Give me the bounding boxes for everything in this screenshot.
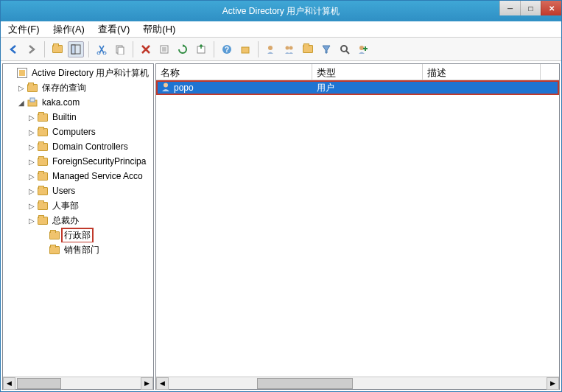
folder-icon bbox=[37, 126, 49, 138]
expand-icon[interactable]: ▷ bbox=[16, 84, 27, 92]
minimize-button[interactable]: ─ bbox=[499, 1, 520, 15]
expand-icon[interactable]: ▷ bbox=[27, 172, 37, 181]
help-button[interactable]: ? bbox=[219, 41, 235, 57]
svg-point-22 bbox=[164, 83, 168, 87]
tree-node[interactable]: ▷总裁办 bbox=[3, 213, 153, 228]
tree-label: ForeignSecurityPrincipa bbox=[51, 156, 147, 167]
cell-name: popo bbox=[174, 83, 194, 93]
svg-rect-1 bbox=[71, 45, 75, 54]
expand-icon[interactable]: ▷ bbox=[27, 158, 37, 166]
add-user-button[interactable] bbox=[263, 41, 279, 57]
svg-point-17 bbox=[341, 46, 347, 52]
tree-node[interactable]: ▷ForeignSecurityPrincipa bbox=[3, 154, 153, 169]
find-container-button[interactable] bbox=[237, 41, 253, 57]
list-body[interactable]: popo用户 bbox=[156, 80, 559, 377]
svg-rect-13 bbox=[242, 47, 249, 53]
find-button[interactable] bbox=[337, 41, 353, 57]
export-button[interactable] bbox=[193, 41, 209, 57]
svg-rect-5 bbox=[118, 47, 124, 55]
add-to-group-button[interactable] bbox=[355, 41, 371, 57]
svg-rect-21 bbox=[30, 98, 35, 102]
menu-help[interactable]: 帮助(H) bbox=[140, 21, 178, 38]
maximize-button[interactable]: □ bbox=[520, 1, 541, 15]
tree-hscrollbar[interactable]: ◀ ▶ bbox=[3, 377, 153, 389]
folder-icon bbox=[37, 200, 49, 211]
tree-label: Domain Controllers bbox=[51, 141, 130, 152]
menu-action[interactable]: 操作(A) bbox=[50, 21, 88, 38]
window-title: Active Directory 用户和计算机 bbox=[222, 5, 340, 18]
expand-icon[interactable]: ▷ bbox=[27, 187, 37, 195]
svg-point-14 bbox=[268, 46, 273, 50]
tree-node[interactable]: ▷Domain Controllers bbox=[3, 139, 153, 154]
scroll-right-icon[interactable]: ▶ bbox=[547, 377, 559, 390]
tree-label: Computers bbox=[51, 127, 97, 137]
expand-icon[interactable]: ▷ bbox=[27, 128, 37, 136]
tree-label: kaka.com bbox=[41, 97, 81, 108]
scroll-right-icon[interactable]: ▶ bbox=[141, 377, 153, 390]
expand-icon[interactable]: ▷ bbox=[27, 113, 37, 122]
expand-icon[interactable]: ▷ bbox=[27, 202, 37, 210]
tree-node[interactable]: ▷Builtin bbox=[3, 110, 153, 125]
column-name[interactable]: 名称 bbox=[156, 64, 312, 80]
svg-text:?: ? bbox=[225, 46, 229, 54]
svg-line-18 bbox=[346, 51, 349, 54]
list-pane: 名称 类型 描述 popo用户 ◀ ▶ bbox=[155, 63, 560, 390]
scroll-left-icon[interactable]: ◀ bbox=[156, 377, 169, 390]
tree-node[interactable]: ▷行政部 bbox=[3, 228, 153, 242]
collapse-icon[interactable]: ◢ bbox=[16, 99, 27, 107]
copy-button[interactable] bbox=[112, 41, 128, 57]
tree-label: 销售部门 bbox=[63, 244, 101, 256]
expand-icon[interactable]: ▷ bbox=[27, 217, 37, 225]
list-row[interactable]: popo用户 bbox=[156, 80, 559, 95]
tree-label: Builtin bbox=[51, 112, 78, 122]
svg-point-16 bbox=[289, 46, 293, 49]
cut-button[interactable] bbox=[94, 41, 110, 57]
svg-point-15 bbox=[286, 46, 289, 49]
folder-icon bbox=[303, 45, 313, 53]
menu-view[interactable]: 查看(V) bbox=[95, 21, 133, 38]
show-hide-tree-button[interactable] bbox=[68, 41, 84, 57]
folder-icon bbox=[49, 244, 60, 256]
tree-label: 人事部 bbox=[51, 200, 80, 212]
tree-node[interactable]: ▷Managed Service Acco bbox=[3, 169, 153, 183]
tree-root[interactable]: ▷ Active Directory 用户和计算机 bbox=[3, 66, 153, 80]
titlebar: Active Directory 用户和计算机 ─ □ ✕ bbox=[1, 1, 561, 21]
up-folder-button[interactable] bbox=[49, 41, 66, 57]
tree-node[interactable]: ▷Computers bbox=[3, 125, 153, 139]
tree-label: 总裁办 bbox=[51, 214, 80, 227]
tree-domain[interactable]: ◢ kaka.com bbox=[3, 95, 153, 110]
add-group-button[interactable] bbox=[281, 41, 298, 57]
folder-icon bbox=[37, 185, 49, 197]
navigation-tree[interactable]: ▷ Active Directory 用户和计算机 ▷ 保存的查询 ◢ kaka… bbox=[3, 64, 153, 377]
tree-saved-queries[interactable]: ▷ 保存的查询 bbox=[3, 80, 153, 95]
list-hscrollbar[interactable]: ◀ ▶ bbox=[156, 377, 559, 389]
cell-type: 用户 bbox=[312, 82, 423, 94]
properties-button[interactable] bbox=[156, 41, 172, 57]
filter-button[interactable] bbox=[318, 41, 334, 57]
scroll-left-icon[interactable]: ◀ bbox=[3, 377, 15, 390]
folder-icon bbox=[37, 155, 49, 167]
user-icon bbox=[161, 82, 171, 94]
tree-node[interactable]: ▷人事部 bbox=[3, 198, 153, 213]
folder-icon bbox=[37, 170, 49, 182]
tree-label: Managed Service Acco bbox=[51, 171, 144, 181]
ad-root-icon bbox=[16, 67, 28, 79]
menu-file[interactable]: 文件(F) bbox=[5, 21, 43, 38]
close-button[interactable]: ✕ bbox=[541, 1, 561, 15]
domain-icon bbox=[27, 97, 38, 108]
folder-icon bbox=[37, 214, 49, 226]
tree-label: 保存的查询 bbox=[41, 82, 88, 94]
back-button[interactable] bbox=[5, 41, 21, 57]
column-type[interactable]: 类型 bbox=[312, 64, 423, 80]
tree-node[interactable]: ▷销售部门 bbox=[3, 242, 153, 257]
tree-node[interactable]: ▷Users bbox=[3, 183, 153, 198]
menubar: 文件(F) 操作(A) 查看(V) 帮助(H) bbox=[1, 21, 561, 38]
refresh-button[interactable] bbox=[175, 41, 191, 57]
expand-icon[interactable]: ▷ bbox=[27, 143, 37, 151]
forward-button[interactable] bbox=[24, 41, 40, 57]
tree-label: Users bbox=[51, 186, 77, 196]
add-ou-button[interactable] bbox=[300, 41, 316, 57]
folder-icon bbox=[37, 141, 49, 153]
column-desc[interactable]: 描述 bbox=[423, 64, 541, 80]
delete-button[interactable] bbox=[138, 41, 154, 57]
